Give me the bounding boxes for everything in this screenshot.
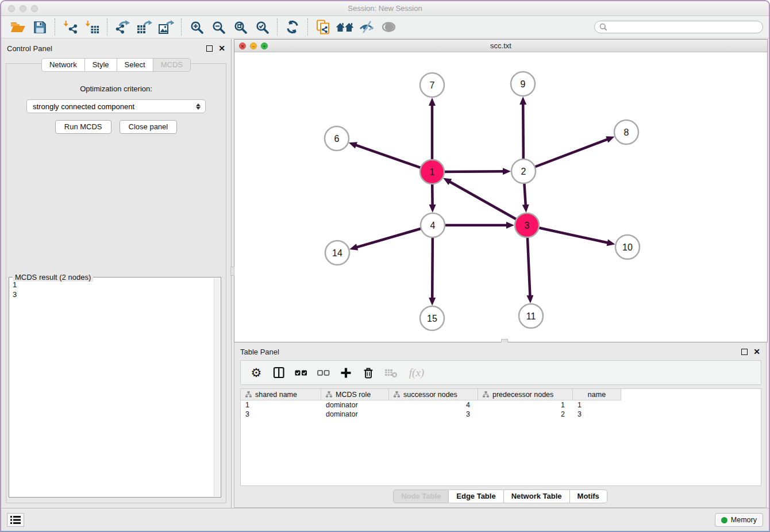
column-label: shared name (255, 391, 297, 399)
tab-mcds[interactable]: MCDS (153, 58, 191, 72)
export-network-button[interactable] (111, 18, 133, 36)
edge-4-14[interactable] (356, 228, 422, 247)
tab-network[interactable]: Network (41, 58, 85, 72)
edge-3-10[interactable] (538, 228, 609, 243)
tab-motifs[interactable]: Motifs (570, 489, 607, 503)
import-table-button[interactable] (81, 18, 103, 36)
table-panel-tabs: Node TableEdge TableNetwork TableMotifs (234, 489, 766, 503)
memory-label: Memory (731, 516, 757, 524)
eye-button[interactable] (378, 18, 399, 36)
search-input[interactable] (607, 23, 758, 32)
panel-divider-grip[interactable] (230, 267, 234, 276)
export-image-button[interactable] (155, 18, 177, 36)
zoom-selected-button[interactable] (251, 18, 273, 36)
edge-4-15[interactable] (432, 236, 433, 299)
network-window-titlebar[interactable]: ✕ − + scc.txt (234, 40, 767, 52)
import-network-icon (63, 20, 78, 34)
save-session-button[interactable] (29, 18, 51, 36)
zoom-fit-icon (234, 21, 247, 34)
edge-3-11[interactable] (528, 236, 530, 296)
table-options-button[interactable]: ⚙ (247, 363, 266, 383)
column-header-MCDS-role[interactable]: MCDS role (321, 389, 389, 400)
edge-arrowhead (349, 142, 357, 148)
task-history-button[interactable] (7, 513, 24, 527)
edge-arrowhead (519, 97, 526, 105)
select-arrows-icon (196, 103, 201, 110)
network-close-icon[interactable]: ✕ (239, 43, 246, 49)
network-canvas[interactable]: 7968124314101511 (234, 52, 767, 342)
delete-column-button[interactable] (359, 363, 378, 383)
zoom-out-icon (212, 21, 225, 34)
close-table-panel-icon[interactable]: ✕ (753, 349, 760, 355)
table-cell: dominator (321, 410, 389, 418)
deselect-all-button[interactable] (314, 363, 333, 383)
network-maximize-icon[interactable]: + (261, 43, 268, 49)
edge-2-8[interactable] (534, 139, 608, 167)
optimization-criterion-select[interactable]: strongly connected component (26, 99, 206, 113)
node-label-7: 7 (430, 80, 435, 90)
open-file-button[interactable] (7, 18, 29, 36)
column-header-shared-name[interactable]: shared name (241, 389, 321, 400)
zoom-fit-button[interactable] (229, 18, 251, 36)
show-all-networks-button[interactable] (334, 18, 356, 36)
add-column-button[interactable] (336, 363, 356, 383)
float-panel-icon[interactable] (206, 45, 213, 52)
minimize-window-icon[interactable] (20, 5, 26, 12)
fx-icon: f(x) (409, 367, 424, 379)
zoom-out-button[interactable] (207, 18, 229, 36)
edge-arrowhead (506, 222, 514, 229)
apply-layout-button[interactable] (282, 18, 303, 36)
edge-1-6[interactable] (355, 145, 422, 168)
select-all-button[interactable] (291, 363, 311, 383)
main-toolbar (1, 16, 769, 38)
copy-network-view-button[interactable] (312, 18, 334, 36)
node-label-8: 8 (624, 128, 629, 137)
toolbar-separator (107, 18, 107, 36)
delete-table-icon (384, 368, 398, 378)
node-label-14: 14 (332, 248, 342, 258)
zoom-in-button[interactable] (186, 18, 207, 36)
run-mcds-button[interactable]: Run MCDS (55, 120, 111, 134)
zoom-window-icon[interactable] (31, 5, 38, 12)
edge-3-1[interactable] (449, 182, 518, 220)
export-image-icon (159, 20, 174, 34)
mcds-result-scrollbar[interactable] (214, 278, 220, 496)
edge-2-9[interactable] (523, 103, 523, 160)
delete-table-button-disabled (381, 363, 401, 383)
close-panel-button[interactable]: Close panel (120, 120, 178, 134)
edge-2-3[interactable] (524, 182, 526, 206)
import-table-icon (85, 20, 99, 34)
close-panel-icon[interactable]: ✕ (218, 45, 225, 52)
table-row[interactable]: 1dominator411 (241, 400, 761, 410)
tab-style[interactable]: Style (85, 58, 117, 72)
close-window-icon[interactable] (8, 5, 15, 12)
table-panel-title: Table Panel (240, 348, 279, 356)
column-tree-icon (483, 391, 489, 398)
edge-arrowhead (429, 205, 436, 213)
tab-edge-table[interactable]: Edge Table (449, 489, 503, 503)
table-cell: 1 (573, 401, 621, 409)
tab-node-table[interactable]: Node Table (393, 489, 449, 503)
export-table-icon (137, 20, 152, 34)
float-table-panel-icon[interactable] (741, 349, 748, 355)
memory-button[interactable]: Memory (715, 513, 763, 527)
show-hide-graphics-button[interactable] (356, 18, 378, 36)
edge-1-2[interactable] (443, 171, 504, 172)
tab-select[interactable]: Select (117, 58, 153, 72)
network-minimize-icon[interactable]: − (250, 43, 257, 49)
zoom-in-icon (190, 21, 203, 34)
tab-network-table[interactable]: Network Table (504, 489, 570, 503)
export-table-button[interactable] (133, 18, 155, 36)
table-cell: 1 (478, 401, 573, 409)
deselect-all-icon (317, 369, 330, 377)
eye-slash-icon (359, 21, 374, 33)
import-network-button[interactable] (59, 18, 81, 36)
column-header-name[interactable]: name (573, 389, 621, 400)
column-selector-button[interactable] (269, 363, 288, 383)
table-row[interactable]: 3dominator323 (241, 410, 761, 419)
column-header-predecessor-nodes[interactable]: predecessor nodes (478, 389, 573, 400)
mcds-result-line: 3 (13, 290, 211, 299)
mcds-result-list: 13 (10, 279, 213, 496)
column-header-successor-nodes[interactable]: successor nodes (389, 389, 478, 400)
node-label-10: 10 (622, 242, 633, 252)
